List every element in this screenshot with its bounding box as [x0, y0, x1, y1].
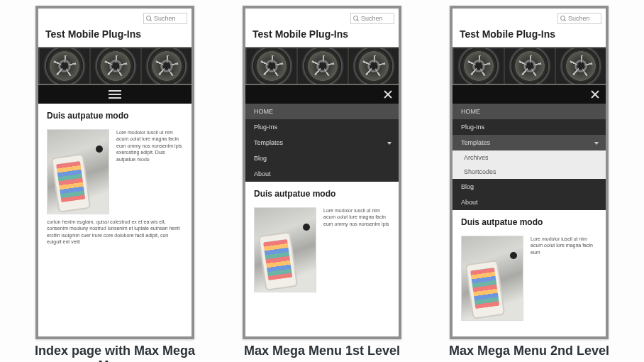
menu-item-about[interactable]: About [453, 194, 606, 210]
menu-item-home[interactable]: HOME [245, 104, 399, 119]
submenu-item-shortcodes[interactable]: Shortcodes [453, 165, 606, 179]
site-title: Test Mobile Plug-Ins [38, 27, 191, 47]
menu-item-plugins[interactable]: Plug-Ins [453, 119, 606, 135]
mega-menu: HOME Plug-Ins Templates Archives Shortco… [453, 104, 606, 210]
banner-image [245, 47, 399, 85]
article-heading: Duis autpatue modo [254, 189, 390, 199]
article-image [254, 207, 316, 292]
search-input[interactable]: Suchen [557, 13, 601, 24]
article-body: corton henim eugiam, quissi colestrud ex… [47, 219, 183, 246]
caption-b: Max Mega Menu 1st Level [230, 344, 414, 358]
submenu-templates: Archives Shortcodes [453, 150, 606, 179]
close-icon[interactable] [383, 89, 393, 99]
article-heading: Duis autpatue modo [461, 217, 597, 227]
screenshot-index: Suchen Test Mobile Plug-Ins Duis autpatu… [35, 6, 194, 339]
menu-item-templates[interactable]: Templates [245, 135, 399, 150]
hamburger-icon[interactable] [109, 90, 121, 99]
article-image [47, 129, 109, 214]
mega-menu: HOME Plug-Ins Templates Blog About [245, 104, 399, 182]
menu-toggle-bar[interactable] [38, 85, 191, 104]
site-title: Test Mobile Plug-Ins [453, 27, 606, 47]
caption-a: Index page with Max Mega Menu [23, 344, 207, 362]
article-heading: Duis autpatue modo [47, 111, 183, 121]
screenshot-level1: Suchen Test Mobile Plug-Ins HOME Plug-In… [243, 6, 401, 339]
search-input[interactable]: Suchen [143, 13, 187, 24]
menu-item-blog[interactable]: Blog [453, 179, 606, 194]
banner-image [453, 47, 606, 85]
article-excerpt: Lore modolor iuscil ut nim acum oolut lo… [116, 129, 183, 214]
site-title: Test Mobile Plug-Ins [245, 27, 399, 47]
search-input[interactable]: Suchen [350, 13, 394, 24]
article-excerpt: Lore modolor iuscil ut nim acum oolut lo… [323, 207, 390, 292]
menu-item-home[interactable]: HOME [453, 104, 606, 119]
screenshot-level2: Suchen Test Mobile Plug-Ins HOME Plug-In… [450, 6, 609, 339]
submenu-item-archives[interactable]: Archives [453, 150, 606, 165]
article-image [461, 236, 523, 321]
menu-item-plugins[interactable]: Plug-Ins [245, 119, 399, 135]
banner-image [38, 47, 191, 85]
caption-c: Max Mega Menu 2nd Level [437, 344, 621, 358]
menu-item-templates[interactable]: Templates [453, 135, 606, 150]
article-excerpt: Lore modolor iuscil ut nim acum oolut lo… [531, 236, 597, 321]
menu-item-blog[interactable]: Blog [245, 150, 399, 166]
close-icon[interactable] [590, 89, 600, 99]
menu-item-about[interactable]: About [245, 166, 399, 182]
